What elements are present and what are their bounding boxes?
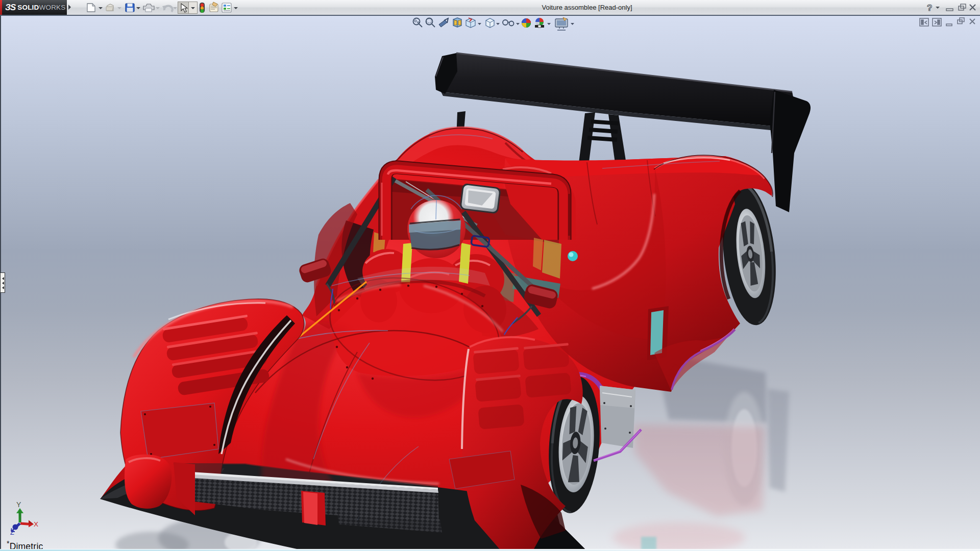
svg-text:Z: Z bbox=[10, 529, 14, 536]
svg-text:?: ? bbox=[927, 3, 932, 13]
svg-text:X: X bbox=[34, 520, 38, 528]
svg-text:Y: Y bbox=[16, 500, 21, 509]
